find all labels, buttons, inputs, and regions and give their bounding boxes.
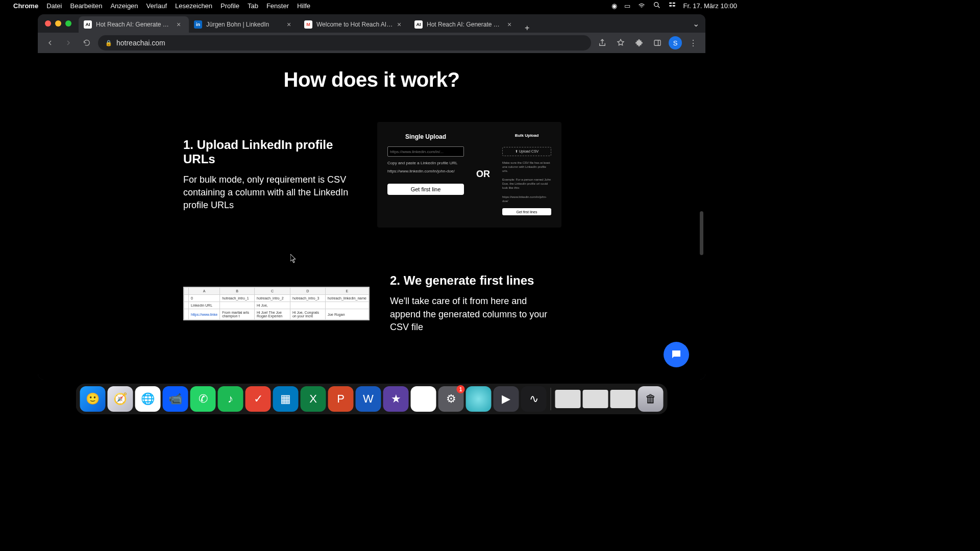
dock-app-trello[interactable]: ▦ xyxy=(273,386,299,412)
dock-minimized-window[interactable] xyxy=(555,390,581,408)
menu-bearbeiten[interactable]: Bearbeiten xyxy=(70,2,102,10)
bulk-note-1: Make sure the CSV file has at least one … xyxy=(502,161,551,173)
dock-app-whatsapp[interactable]: ✆ xyxy=(190,386,216,412)
dock-app-settings[interactable]: ⚙1 xyxy=(438,386,464,412)
favicon-icon: in xyxy=(194,20,202,29)
menubar-clock[interactable]: Fr. 17. März 10:00 xyxy=(683,2,738,10)
menu-lesezeichen[interactable]: Lesezeichen xyxy=(175,2,212,10)
step-2-body: We'll take care of it from here and appe… xyxy=(390,295,560,334)
back-button[interactable] xyxy=(43,36,57,50)
svg-rect-1 xyxy=(669,2,672,4)
battery-icon[interactable]: ▭ xyxy=(624,2,630,10)
dock-app-finder[interactable]: 🙂 xyxy=(80,386,106,412)
dock-app-chrome[interactable]: 🌐 xyxy=(135,386,161,412)
menu-tab[interactable]: Tab xyxy=(248,2,258,10)
tab-title: Hot Reach AI: Generate First L xyxy=(427,21,503,28)
tab-close-icon[interactable]: × xyxy=(507,21,514,28)
tab-title: Jürgen Bohn | LinkedIn xyxy=(206,21,283,28)
sheet-data-row: https://www.linke From martial arts cham… xyxy=(184,309,369,320)
browser-tab[interactable]: M Welcome to Hot Reach AI - sa × xyxy=(299,16,409,33)
single-upload-example: https://www.linkedin.com/in/john-doe/ xyxy=(387,169,464,173)
dock-app-spotify[interactable]: ♪ xyxy=(218,386,243,412)
dock-app-word[interactable]: W xyxy=(356,386,381,412)
dock-minimized-window[interactable] xyxy=(583,390,608,408)
step-1-row: 1. Upload LinkedIn profile URLs For bulk… xyxy=(38,122,705,228)
tab-close-icon[interactable]: × xyxy=(287,21,294,28)
dock-app-safari[interactable]: 🧭 xyxy=(108,386,133,412)
dock-app-drive[interactable]: ▲ xyxy=(411,386,436,412)
reload-button[interactable] xyxy=(80,36,94,50)
menu-verlauf[interactable]: Verlauf xyxy=(146,2,167,10)
linkedin-url-input[interactable] xyxy=(387,146,464,157)
svg-rect-2 xyxy=(672,2,675,4)
extensions-button[interactable] xyxy=(632,36,646,50)
dock-app-excel[interactable]: X xyxy=(301,386,326,412)
get-first-lines-button[interactable]: Get first lines xyxy=(502,208,551,215)
browser-tab[interactable]: AI Hot Reach AI: Generate First L × xyxy=(409,16,520,33)
share-button[interactable] xyxy=(595,36,609,50)
bulk-note-3: https://www.linkedin.com/in/john-doe/ xyxy=(502,195,551,204)
upload-card-illustration: Single Upload Copy and paste a LinkedIn … xyxy=(377,122,561,228)
address-bar[interactable]: 🔒 hotreachai.com xyxy=(98,35,591,51)
menu-datei[interactable]: Datei xyxy=(46,2,62,10)
browser-tab[interactable]: AI Hot Reach AI: Generate First L × xyxy=(79,16,189,33)
tab-title: Welcome to Hot Reach AI - sa xyxy=(316,21,393,28)
menu-anzeigen[interactable]: Anzeigen xyxy=(110,2,138,10)
dock-separator xyxy=(551,388,551,410)
window-close-button[interactable] xyxy=(45,20,51,27)
sidepanel-button[interactable] xyxy=(650,36,665,50)
step-1-title: 1. Upload LinkedIn profile URLs xyxy=(183,138,357,166)
menu-profile[interactable]: Profile xyxy=(220,2,239,10)
profile-avatar[interactable]: S xyxy=(669,36,682,49)
dock-app-voicememos[interactable]: ∿ xyxy=(521,386,547,412)
bookmark-button[interactable] xyxy=(614,36,628,50)
tab-list-button[interactable]: ⌄ xyxy=(687,19,705,29)
mouse-cursor-icon xyxy=(290,254,297,263)
window-minimize-button[interactable] xyxy=(55,20,61,27)
sheet-col-letters: A B C D E xyxy=(184,288,369,295)
wifi-icon[interactable] xyxy=(638,1,646,11)
svg-point-0 xyxy=(654,2,658,6)
dock-app-powerpoint[interactable]: P xyxy=(328,386,354,412)
toolbar: 🔒 hotreachai.com S ⋮ xyxy=(38,33,705,53)
tab-close-icon[interactable]: × xyxy=(177,21,184,28)
lock-icon: 🔒 xyxy=(105,40,112,46)
upload-csv-dropzone[interactable]: ⬆ Upload CSV xyxy=(502,147,551,156)
window-zoom-button[interactable] xyxy=(65,20,71,27)
page-viewport: How does it work? 1. Upload LinkedIn pro… xyxy=(38,53,705,380)
scrollbar-thumb[interactable] xyxy=(700,211,703,255)
section-heading: How does it work? xyxy=(38,68,705,91)
spotlight-icon[interactable] xyxy=(653,1,661,11)
chrome-menu-button[interactable]: ⋮ xyxy=(686,36,700,50)
browser-tab[interactable]: in Jürgen Bohn | LinkedIn × xyxy=(189,16,299,33)
menu-fenster[interactable]: Fenster xyxy=(266,2,289,10)
screenrecord-icon[interactable]: ◉ xyxy=(611,2,617,10)
new-tab-button[interactable]: + xyxy=(520,23,534,33)
step-2-title: 2. We generate first lines xyxy=(390,273,560,288)
macos-dock: 🙂🧭🌐📹✆♪✓▦XPW★▲⚙1▶∿ 🗑 xyxy=(76,384,668,414)
chat-widget-button[interactable] xyxy=(664,342,689,367)
bulk-note-2: Example: For a person named John Doe, th… xyxy=(502,178,551,190)
dock-trash[interactable]: 🗑 xyxy=(638,386,664,412)
dock-app-todoist[interactable]: ✓ xyxy=(246,386,271,412)
tab-title: Hot Reach AI: Generate First L xyxy=(96,21,173,28)
url-text: hotreachai.com xyxy=(116,39,165,47)
dock-app-imovie[interactable]: ★ xyxy=(383,386,409,412)
control-center-icon[interactable] xyxy=(668,1,676,11)
dock-app-app[interactable] xyxy=(466,386,492,412)
svg-rect-5 xyxy=(654,40,660,46)
forward-button[interactable] xyxy=(61,36,76,50)
sheet-header-row: 0 hotreach_intro_1 hotreach_intro_2 hotr… xyxy=(184,295,369,302)
menu-hilfe[interactable]: Hilfe xyxy=(297,2,310,10)
dock-app-quicktime[interactable]: ▶ xyxy=(494,386,519,412)
dock-app-zoom[interactable]: 📹 xyxy=(163,386,188,412)
dock-minimized-window[interactable] xyxy=(610,390,636,408)
tab-close-icon[interactable]: × xyxy=(397,21,404,28)
svg-rect-3 xyxy=(669,5,672,7)
macos-menubar: Chrome Datei Bearbeiten Anzeigen Verlauf… xyxy=(0,0,743,11)
chrome-window: AI Hot Reach AI: Generate First L × in J… xyxy=(38,14,705,380)
sheet-label-row: Linkedin URL Hi Joe, xyxy=(184,302,369,309)
single-upload-hint: Copy and paste a LinkedIn profile URL xyxy=(387,161,464,166)
get-first-line-button[interactable]: Get first line xyxy=(387,184,464,195)
menubar-app-name[interactable]: Chrome xyxy=(13,2,38,10)
